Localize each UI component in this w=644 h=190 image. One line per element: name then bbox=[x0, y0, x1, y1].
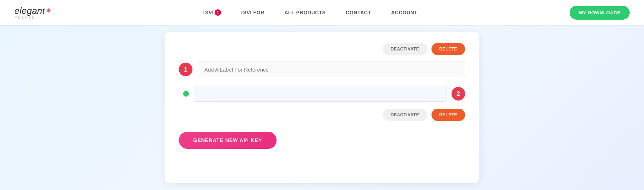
main-nav: DIVI 1 DIVI FOR ALL PRODUCTS CONTACT ACC… bbox=[193, 6, 428, 19]
my-downloads-button[interactable]: MY DOWNLOADS bbox=[570, 6, 630, 20]
star-icon: ✳ bbox=[46, 8, 51, 14]
generate-section: GENERATE NEW API KEY bbox=[179, 132, 465, 149]
header: elegant ✳ themes DIVI 1 DIVI FOR ALL PRO… bbox=[0, 0, 644, 25]
api-key-input[interactable] bbox=[194, 86, 447, 102]
deactivate-button-bottom[interactable]: DEACTIVATE bbox=[383, 109, 427, 121]
nav-divi-for[interactable]: DIVI FOR bbox=[231, 6, 274, 19]
generate-api-key-button[interactable]: GENERATE NEW API KEY bbox=[179, 132, 277, 149]
api-key-card: DEACTIVATE DELETE 1 2 DEACTIVATE DELETE … bbox=[165, 32, 479, 183]
deactivate-button-top[interactable]: DEACTIVATE bbox=[383, 43, 427, 55]
nav-divi[interactable]: DIVI 1 bbox=[193, 6, 231, 19]
logo-text: elegant bbox=[14, 6, 45, 15]
active-indicator bbox=[183, 91, 189, 97]
step-2-badge: 2 bbox=[452, 87, 465, 101]
step-1-badge: 1 bbox=[179, 63, 192, 76]
nav-all-products[interactable]: ALL PRODUCTS bbox=[274, 6, 336, 19]
nav-contact[interactable]: CONTACT bbox=[336, 6, 381, 19]
logo[interactable]: elegant ✳ themes bbox=[14, 6, 51, 19]
delete-button-top[interactable]: DELETE bbox=[431, 43, 465, 55]
label-row: 1 bbox=[179, 62, 465, 77]
label-input[interactable] bbox=[199, 62, 465, 77]
nav-account[interactable]: ACCOUNT bbox=[381, 6, 428, 19]
delete-button-bottom[interactable]: DELETE bbox=[431, 109, 465, 121]
api-key-row: 2 bbox=[179, 86, 465, 102]
main-content: DEACTIVATE DELETE 1 2 DEACTIVATE DELETE … bbox=[0, 25, 644, 190]
divi-badge: 1 bbox=[215, 9, 221, 16]
top-actions: DEACTIVATE DELETE bbox=[179, 43, 465, 55]
bottom-actions: DEACTIVATE DELETE bbox=[179, 109, 465, 121]
logo-sub: themes bbox=[15, 16, 35, 19]
